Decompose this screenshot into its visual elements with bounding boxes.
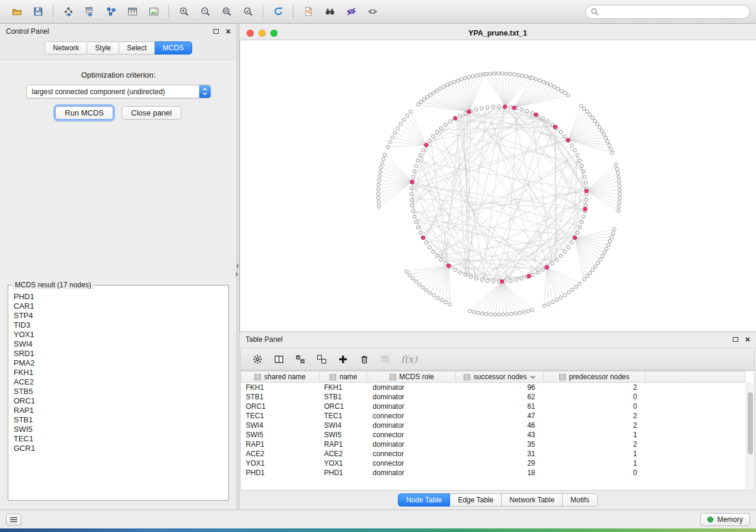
search-input[interactable] [599, 8, 745, 16]
criterion-dropdown[interactable]: largest connected component (undirected) [26, 85, 211, 98]
mcds-node-item[interactable]: GCR1 [14, 444, 223, 453]
hide-details-button[interactable] [340, 3, 362, 21]
mcds-node-item[interactable]: YOX1 [14, 330, 223, 339]
zoom-selected-button[interactable] [237, 3, 259, 21]
table-row[interactable]: PHD1PHD1dominator180 [241, 468, 745, 477]
close-panel-icon[interactable]: × [226, 27, 231, 36]
column-header-mcds-role[interactable]: MCDS role [368, 371, 456, 383]
mcds-node-item[interactable]: SRD1 [14, 349, 223, 358]
network-canvas[interactable] [240, 40, 756, 332]
tab-node-table[interactable]: Node Table [398, 493, 451, 507]
maximize-window-icon[interactable] [270, 30, 277, 37]
tab-mcds[interactable]: MCDS [155, 41, 192, 55]
hide-details-icon [346, 7, 356, 17]
table-row[interactable]: ACE2ACE2connector311 [241, 449, 745, 459]
mcds-node-item[interactable]: CAR1 [14, 302, 223, 311]
memory-button[interactable]: Memory [700, 513, 750, 526]
column-header-successor-nodes[interactable]: successor nodes [456, 371, 544, 383]
open-folder-icon [12, 7, 22, 17]
column-menu-icon [330, 374, 336, 380]
new-table-button[interactable] [122, 3, 143, 21]
new-network-button[interactable] [100, 3, 122, 21]
tab-select[interactable]: Select [119, 41, 155, 55]
mcds-node-item[interactable]: TEC1 [14, 434, 223, 444]
zoom-out-button[interactable] [194, 3, 216, 21]
toolbar-separator [293, 5, 294, 19]
application-window: Control Panel × NetworkStyleSelectMCDS O… [0, 0, 756, 532]
table-row[interactable]: SWI5SWI5connector431 [241, 430, 745, 440]
node-table-area: shared namenameMCDS rolesuccessor nodesp… [240, 370, 755, 491]
deselect-all-button[interactable] [312, 351, 331, 367]
zoom-in-icon [179, 7, 189, 17]
float-panel-icon[interactable] [733, 337, 738, 342]
add-row-button[interactable] [333, 351, 352, 367]
mcds-node-item[interactable]: RAP1 [14, 406, 223, 415]
table-row[interactable]: ORC1ORC1dominator610 [241, 402, 745, 411]
columns-button[interactable] [269, 351, 288, 367]
column-header-shared-name[interactable]: shared name [241, 371, 320, 383]
import-table-file-button[interactable] [79, 3, 100, 21]
minimize-window-icon[interactable] [259, 30, 266, 37]
table-scrollbar[interactable] [746, 383, 754, 489]
network-graph[interactable] [240, 40, 756, 331]
search-icon [591, 8, 599, 16]
trash-button[interactable] [355, 351, 374, 367]
control-panel-tabs: NetworkStyleSelectMCDS [0, 39, 237, 59]
mcds-result-fieldset: MCDS result (17 nodes) PHD1CAR1STP4TID3Y… [8, 281, 229, 501]
mcds-node-item[interactable]: FKH1 [14, 368, 223, 377]
select-all-button[interactable] [291, 351, 310, 367]
network-window-titlebar: YPA_prune.txt_1 [240, 27, 756, 40]
table-scrollbar-thumb[interactable] [748, 392, 753, 454]
table-row[interactable]: YOX1YOX1connector291 [241, 459, 745, 468]
close-panel-button[interactable]: Close panel [122, 106, 181, 120]
zoom-out-icon [200, 7, 210, 17]
tab-style[interactable]: Style [87, 41, 119, 55]
mcds-node-item[interactable]: SWI4 [14, 339, 223, 349]
splitter-grip-icon[interactable] [236, 262, 239, 278]
show-details-button[interactable] [362, 3, 383, 21]
table-row[interactable]: STB1STB1dominator620 [241, 392, 745, 402]
new-network-icon [106, 7, 116, 17]
save-button[interactable] [27, 3, 49, 21]
refresh-icon [273, 7, 283, 17]
mcds-node-item[interactable]: PMA2 [14, 358, 223, 368]
column-menu-icon [254, 374, 261, 380]
mcds-node-item[interactable]: ACE2 [14, 377, 223, 387]
zoom-fit-button[interactable] [216, 3, 237, 21]
menu-button[interactable] [6, 514, 21, 525]
panel-splitter[interactable] [237, 24, 240, 509]
table-row[interactable]: SWI4SWI4dominator462 [241, 421, 745, 430]
tab-network[interactable]: Network [44, 41, 87, 55]
share-file-button[interactable] [298, 3, 319, 21]
mcds-node-item[interactable]: STP4 [14, 311, 223, 321]
close-window-icon[interactable] [247, 30, 254, 37]
refresh-button[interactable] [267, 3, 289, 21]
close-panel-icon[interactable]: × [745, 335, 750, 344]
open-folder-button[interactable] [6, 3, 27, 21]
mcds-node-item[interactable]: PHD1 [14, 292, 223, 302]
mcds-node-item[interactable]: TID3 [14, 321, 223, 330]
run-mcds-button[interactable]: Run MCDS [55, 106, 113, 120]
column-header-name[interactable]: name [320, 371, 368, 383]
float-panel-icon[interactable] [213, 29, 219, 34]
table-row[interactable]: TEC1TEC1connector472 [241, 411, 745, 421]
zoom-in-button[interactable] [173, 3, 194, 21]
column-header-predecessor-nodes[interactable]: predecessor nodes [544, 371, 646, 383]
gear-button[interactable] [248, 351, 267, 367]
search-box[interactable] [585, 5, 750, 19]
zoom-selected-icon [243, 7, 253, 17]
tab-motifs[interactable]: Motifs [563, 493, 598, 507]
import-network-file-button[interactable] [58, 3, 79, 21]
table-row[interactable]: FKH1FKH1dominator962 [241, 383, 745, 392]
tab-edge-table[interactable]: Edge Table [450, 493, 502, 507]
mcds-node-item[interactable]: STB1 [14, 415, 223, 425]
export-image-button[interactable] [143, 3, 164, 21]
mcds-node-item[interactable]: SWI5 [14, 425, 223, 434]
mcds-node-item[interactable]: ORC1 [14, 396, 223, 406]
search-network-button[interactable] [319, 3, 340, 21]
share-file-icon [304, 7, 314, 17]
status-bar: Memory [0, 509, 756, 528]
tab-network-table[interactable]: Network Table [502, 493, 563, 507]
mcds-node-item[interactable]: STB5 [14, 387, 223, 396]
table-row[interactable]: RAP1RAP1dominator352 [241, 440, 745, 449]
